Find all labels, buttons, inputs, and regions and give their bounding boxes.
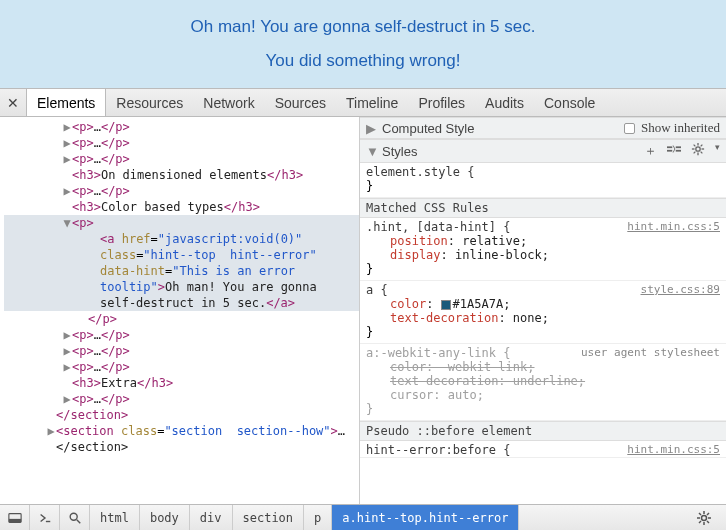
svg-line-23	[699, 513, 701, 515]
dom-tree-node[interactable]: <h3>Color based types</h3>	[4, 199, 359, 215]
disclosure-triangle-icon[interactable]: ▶	[62, 343, 72, 359]
tab-timeline[interactable]: Timeline	[336, 89, 408, 116]
css-rule-block[interactable]: style.css:89a {color: #1A5A7A;text-decor…	[360, 281, 726, 344]
svg-line-25	[699, 521, 701, 523]
svg-line-11	[694, 152, 696, 154]
tab-sources[interactable]: Sources	[265, 89, 336, 116]
disclosure-triangle-icon[interactable]: ▶	[62, 359, 72, 375]
svg-line-17	[76, 519, 80, 523]
source-link[interactable]: style.css:89	[641, 283, 720, 296]
devtools-tabbar: ✕ Elements Resources Network Sources Tim…	[0, 89, 726, 117]
dom-tree-node[interactable]: <h3>On dimensioned elements</h3>	[4, 167, 359, 183]
svg-line-26	[707, 513, 709, 515]
disclosure-triangle-icon[interactable]: ▶	[62, 183, 72, 199]
tab-elements[interactable]: Elements	[26, 89, 106, 116]
dom-tree-node[interactable]: ▶<p>…</p>	[4, 359, 359, 375]
dom-tree-node[interactable]: <a href="javascript:void(0)" class="hint…	[4, 231, 359, 311]
devtools-main: ▶<p>…</p>▶<p>…</p>▶<p>…</p><h3>On dimens…	[0, 117, 726, 504]
breadcrumb-div[interactable]: div	[190, 505, 233, 530]
css-rule-block[interactable]: hint.min.css:5.hint, [data-hint] {positi…	[360, 218, 726, 281]
breadcrumb-html[interactable]: html	[90, 505, 140, 530]
computed-style-label: Computed Style	[382, 121, 475, 136]
dom-tree-node[interactable]: ▶<p>…</p>	[4, 183, 359, 199]
svg-rect-2	[676, 146, 681, 148]
rendered-page-preview: Oh man! You are gonna self-destruct in 5…	[0, 0, 726, 88]
source-link[interactable]: hint.min.css:5	[627, 220, 720, 233]
css-rule-block[interactable]: user agent stylesheeta:-webkit-any-link …	[360, 344, 726, 421]
breadcrumb-p[interactable]: p	[304, 505, 332, 530]
tab-resources[interactable]: Resources	[106, 89, 193, 116]
disclosure-triangle-icon[interactable]: ▶	[62, 119, 72, 135]
dom-tree-node[interactable]: ▶<p>…</p>	[4, 391, 359, 407]
dom-tree-node[interactable]: ▶<p>…</p>	[4, 119, 359, 135]
preview-text-line-2: You did something wrong!	[265, 51, 460, 71]
disclosure-triangle-icon[interactable]: ▶	[62, 135, 72, 151]
element-style-rule[interactable]: element.style { }	[360, 163, 726, 198]
inspect-search-icon[interactable]	[60, 505, 90, 530]
source-link[interactable]: hint.min.css:5	[627, 443, 720, 456]
disclosure-triangle-icon[interactable]: ▶	[62, 327, 72, 343]
color-swatch-icon[interactable]	[441, 300, 451, 310]
breadcrumb-body[interactable]: body	[140, 505, 190, 530]
dom-tree-node[interactable]: ▶<section class="section section--how">……	[4, 423, 359, 455]
dom-tree-node[interactable]: </p>	[4, 311, 359, 327]
close-devtools-button[interactable]: ✕	[0, 95, 26, 111]
svg-line-12	[701, 145, 703, 147]
svg-rect-14	[8, 518, 20, 522]
css-rule-block[interactable]: hint.min.css:5 hint--error:before {	[360, 441, 726, 458]
dom-tree-node[interactable]: ▶<p>…</p>	[4, 343, 359, 359]
tab-audits[interactable]: Audits	[475, 89, 534, 116]
matched-css-rules-header: Matched CSS Rules	[360, 198, 726, 218]
disclosure-triangle-icon: ▼	[366, 144, 376, 159]
source-link[interactable]: user agent stylesheet	[581, 346, 720, 359]
devtools: ✕ Elements Resources Network Sources Tim…	[0, 88, 726, 530]
styles-section-header[interactable]: ▼ Styles ＋ ▾	[360, 139, 726, 163]
styles-label: Styles	[382, 144, 417, 159]
svg-line-10	[701, 152, 703, 154]
disclosure-triangle-icon[interactable]: ▶	[62, 151, 72, 167]
svg-line-24	[707, 521, 709, 523]
styles-panel: ▶ Computed Style Show inherited ▼ Styles…	[360, 117, 726, 504]
show-console-icon[interactable]	[30, 505, 60, 530]
breadcrumb-a-hint[interactable]: a.hint--top.hint--error	[332, 505, 519, 530]
dom-tree-node[interactable]: ▼<p>	[4, 215, 359, 231]
disclosure-triangle-icon[interactable]: ▶	[62, 391, 72, 407]
settings-gear-icon[interactable]	[696, 510, 726, 526]
styles-settings-gear-icon[interactable]	[691, 142, 705, 160]
tab-profiles[interactable]: Profiles	[408, 89, 475, 116]
dom-tree-node[interactable]: <h3>Extra</h3>	[4, 375, 359, 391]
svg-line-9	[694, 145, 696, 147]
dropdown-caret-icon[interactable]: ▾	[715, 142, 720, 160]
svg-point-4	[696, 147, 700, 151]
toggle-element-state-icon[interactable]	[667, 142, 681, 160]
tab-network[interactable]: Network	[193, 89, 264, 116]
disclosure-triangle-icon: ▶	[366, 121, 376, 136]
svg-rect-0	[667, 146, 672, 148]
elements-dom-tree[interactable]: ▶<p>…</p>▶<p>…</p>▶<p>…</p><h3>On dimens…	[0, 117, 360, 504]
show-inherited-checkbox[interactable]	[624, 123, 635, 134]
dock-side-icon[interactable]	[0, 505, 30, 530]
dom-tree-node[interactable]: </section>	[4, 407, 359, 423]
new-style-rule-icon[interactable]: ＋	[644, 142, 657, 160]
show-inherited-label: Show inherited	[641, 120, 720, 136]
dom-tree-node[interactable]: ▶<p>…</p>	[4, 151, 359, 167]
svg-rect-1	[667, 150, 672, 152]
dom-tree-node[interactable]: ▶<p>…</p>	[4, 327, 359, 343]
svg-point-16	[70, 513, 77, 520]
devtools-bottombar: html body div section p a.hint--top.hint…	[0, 504, 726, 530]
breadcrumb-section[interactable]: section	[233, 505, 305, 530]
disclosure-triangle-icon[interactable]: ▶	[46, 423, 56, 439]
svg-rect-3	[676, 150, 681, 152]
preview-text-line-1: Oh man! You are gonna self-destruct in 5…	[191, 17, 536, 37]
tab-console[interactable]: Console	[534, 89, 605, 116]
disclosure-triangle-icon[interactable]: ▼	[62, 215, 72, 231]
svg-point-18	[702, 515, 707, 520]
computed-style-section-header[interactable]: ▶ Computed Style Show inherited	[360, 117, 726, 139]
pseudo-before-header: Pseudo ::before element	[360, 421, 726, 441]
dom-tree-node[interactable]: ▶<p>…</p>	[4, 135, 359, 151]
